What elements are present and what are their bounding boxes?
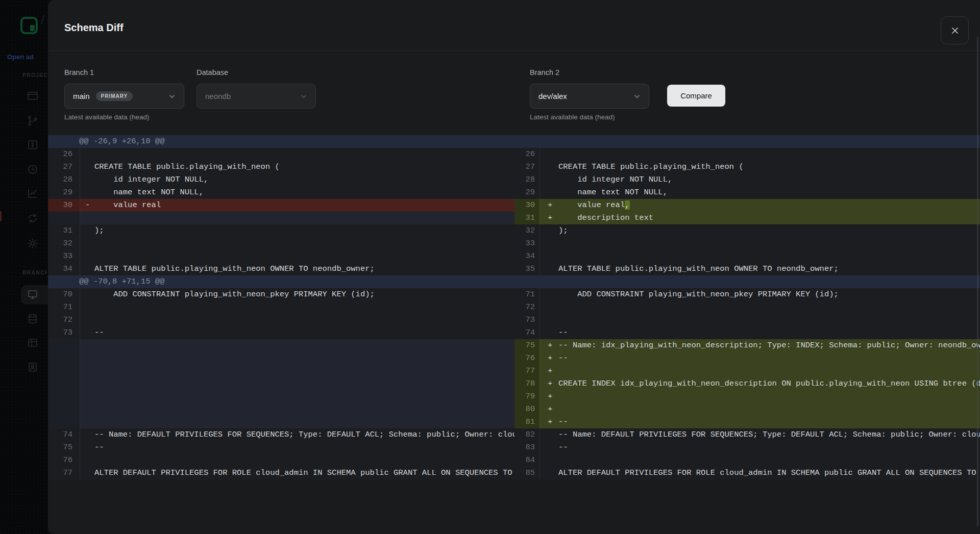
line-number: 76 bbox=[48, 454, 80, 467]
code-text: ALTER DEFAULT PRIVILEGES FOR ROLE cloud_… bbox=[558, 467, 980, 479]
diff-row: 83-- bbox=[514, 441, 980, 454]
diff-marker bbox=[80, 263, 94, 275]
code-text: -- bbox=[558, 441, 980, 454]
diff-marker bbox=[80, 250, 94, 263]
code-text: value real, bbox=[558, 199, 980, 212]
diff-marker bbox=[80, 467, 94, 479]
branch2-select[interactable]: dev/alex bbox=[530, 84, 649, 109]
code-text bbox=[94, 390, 514, 403]
code-text: ); bbox=[94, 224, 514, 237]
modal-header: Schema Diff bbox=[48, 0, 980, 51]
code-text: value real bbox=[94, 199, 514, 212]
line-number: 75 bbox=[514, 339, 540, 352]
diff-row: 75-- bbox=[48, 441, 514, 454]
diff-marker bbox=[80, 148, 94, 161]
line-number bbox=[48, 416, 80, 428]
code-text: id integer NOT NULL, bbox=[94, 173, 514, 186]
diff-row: 85ALTER DEFAULT PRIVILEGES FOR ROLE clou… bbox=[514, 467, 980, 479]
compare-button[interactable]: Compare bbox=[667, 85, 725, 107]
diff-row: 32); bbox=[514, 224, 980, 237]
diff-marker bbox=[540, 173, 558, 186]
diff-marker: + bbox=[540, 352, 558, 365]
code-text bbox=[558, 390, 980, 403]
diff-row: 28 id integer NOT NULL, bbox=[514, 173, 980, 186]
code-text bbox=[558, 148, 980, 161]
line-number: 71 bbox=[514, 288, 540, 301]
code-text: ADD CONSTRAINT playing_with_neon_pkey PR… bbox=[94, 288, 514, 301]
hunk-header-row: @@ -26,9 +26,10 @@ bbox=[48, 135, 514, 148]
diff-row: 76 bbox=[48, 454, 514, 467]
line-number: 30 bbox=[514, 199, 540, 212]
diff-marker bbox=[80, 416, 94, 428]
hunk-header-row bbox=[514, 275, 980, 288]
diff-marker: + bbox=[540, 212, 558, 224]
code-text bbox=[94, 377, 514, 390]
diff-marker bbox=[80, 237, 94, 250]
code-text: ALTER TABLE public.playing_with_neon OWN… bbox=[94, 263, 514, 275]
database-select[interactable]: neondb bbox=[197, 84, 316, 109]
line-number: 77 bbox=[514, 365, 540, 377]
filler-row bbox=[48, 390, 514, 403]
diff-marker bbox=[540, 454, 558, 467]
line-number: 82 bbox=[514, 428, 540, 441]
line-number: 85 bbox=[514, 467, 540, 479]
line-number: 74 bbox=[514, 326, 540, 339]
line-number: 26 bbox=[514, 148, 540, 161]
diff-row: 71 ADD CONSTRAINT playing_with_neon_pkey… bbox=[514, 288, 980, 301]
modal-scrollbar[interactable] bbox=[977, 37, 978, 526]
filler-row bbox=[48, 416, 514, 428]
diff-marker bbox=[540, 326, 558, 339]
filler-row bbox=[48, 339, 514, 352]
database-value: neondb bbox=[205, 92, 231, 100]
line-number: 33 bbox=[48, 250, 80, 263]
line-number: 28 bbox=[48, 173, 80, 186]
code-text bbox=[94, 237, 514, 250]
line-number: 32 bbox=[48, 237, 80, 250]
line-number: 73 bbox=[48, 326, 80, 339]
diff-marker bbox=[80, 352, 94, 365]
diff-row: 78+CREATE INDEX idx_playing_with_neon_de… bbox=[514, 377, 980, 390]
line-number: 80 bbox=[514, 403, 540, 416]
page-title: Schema Diff bbox=[64, 22, 124, 34]
diff-marker bbox=[540, 288, 558, 301]
close-button[interactable] bbox=[941, 16, 969, 44]
diff-row: 77+ bbox=[514, 365, 980, 377]
code-text bbox=[558, 301, 980, 314]
diff-row: 77ALTER DEFAULT PRIVILEGES FOR ROLE clou… bbox=[48, 467, 514, 479]
diff-row: 72 bbox=[514, 301, 980, 314]
line-number: 34 bbox=[514, 250, 540, 263]
diff-row: 80+ bbox=[514, 403, 980, 416]
diff-marker bbox=[80, 224, 94, 237]
diff-marker bbox=[80, 454, 94, 467]
line-number: 70 bbox=[48, 288, 80, 301]
diff-marker bbox=[540, 250, 558, 263]
diff-row: 79+ bbox=[514, 390, 980, 403]
code-text: ALTER DEFAULT PRIVILEGES FOR ROLE cloud_… bbox=[94, 467, 514, 479]
branch1-select[interactable]: main PRIMARY bbox=[64, 84, 184, 109]
line-number: 30 bbox=[48, 199, 80, 212]
branch1-caption: Latest available data (head) bbox=[64, 113, 150, 121]
code-text: ); bbox=[558, 224, 980, 237]
branch1-value: main bbox=[73, 92, 90, 100]
line-number: 79 bbox=[514, 390, 540, 403]
filler-row bbox=[48, 365, 514, 377]
code-text: CREATE INDEX idx_playing_with_neon_descr… bbox=[558, 377, 980, 390]
line-number: 77 bbox=[48, 467, 80, 479]
diff-marker bbox=[80, 403, 94, 416]
diff-marker bbox=[80, 301, 94, 314]
line-number: 81 bbox=[514, 416, 540, 428]
code-text: -- Name: DEFAULT PRIVILEGES FOR SEQUENCE… bbox=[94, 428, 514, 441]
code-text bbox=[94, 212, 514, 224]
diff-marker bbox=[80, 377, 94, 390]
filler-row bbox=[48, 403, 514, 416]
primary-badge: PRIMARY bbox=[96, 91, 133, 101]
line-number bbox=[48, 352, 80, 365]
schema-diff-modal: Schema Diff Branch 1 Database Branch 2 m… bbox=[48, 0, 980, 534]
code-text: description text bbox=[558, 212, 980, 224]
line-number bbox=[48, 339, 80, 352]
diff-marker bbox=[80, 428, 94, 441]
app-screen: / Open ad PROJECTBRANCH Schema Diff Bran… bbox=[0, 0, 980, 534]
line-number: 71 bbox=[48, 301, 80, 314]
diff-row: 34ALTER TABLE public.playing_with_neon O… bbox=[48, 263, 514, 275]
line-number: 74 bbox=[48, 428, 80, 441]
